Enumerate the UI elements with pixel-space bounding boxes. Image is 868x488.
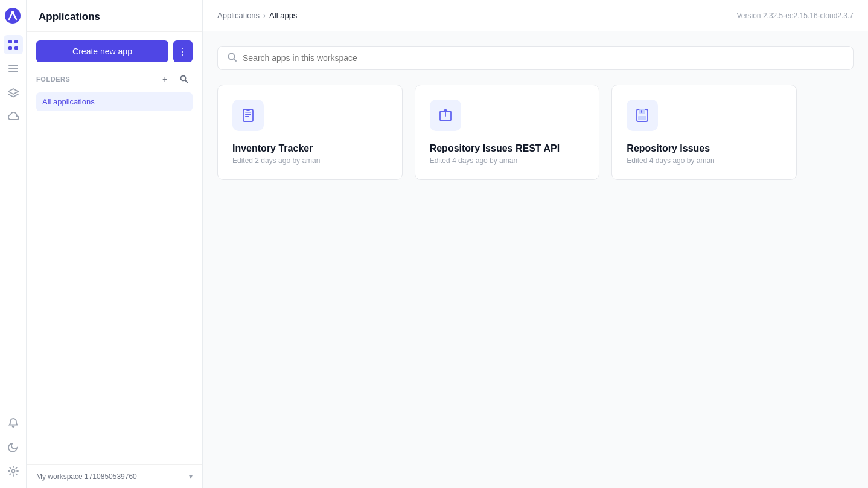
svg-point-9 (11, 470, 14, 473)
logo-icon[interactable] (4, 7, 22, 25)
cloud-nav-icon[interactable] (4, 108, 23, 127)
svg-rect-22 (641, 110, 642, 113)
bell-icon[interactable] (4, 413, 23, 432)
app-meta-repository-issues: Edited 4 days ago by aman (627, 156, 782, 165)
create-new-app-button[interactable]: Create new app (36, 40, 168, 62)
add-folder-button[interactable]: + (156, 71, 173, 88)
app-icon-repository-issues-rest (430, 100, 461, 131)
search-bar (217, 46, 854, 70)
svg-point-1 (11, 11, 14, 14)
app-card-repository-issues-rest[interactable]: Repository Issues REST APIEdited 4 days … (415, 85, 600, 180)
app-name-repository-issues: Repository Issues (627, 143, 782, 154)
svg-rect-16 (245, 114, 251, 115)
svg-rect-2 (8, 40, 12, 43)
svg-line-11 (185, 80, 188, 83)
breadcrumb-separator: › (263, 11, 266, 20)
svg-rect-4 (8, 46, 12, 50)
workspace-chevron-icon[interactable]: ▾ (189, 472, 193, 481)
svg-point-10 (181, 76, 186, 81)
sidebar-title: Applications (27, 0, 202, 32)
svg-rect-15 (245, 112, 251, 113)
search-folder-button[interactable] (176, 71, 193, 88)
app-meta-inventory-tracker: Edited 2 days ago by aman (232, 156, 388, 165)
breadcrumb-all-apps: All apps (269, 11, 297, 20)
app-meta-repository-issues-rest: Edited 4 days ago by aman (430, 156, 585, 165)
search-icon (228, 53, 237, 63)
svg-rect-18 (246, 109, 250, 111)
svg-rect-23 (638, 116, 646, 120)
svg-line-13 (234, 59, 237, 62)
gear-icon[interactable] (4, 461, 23, 481)
create-app-more-button[interactable]: ⋮ (173, 40, 193, 62)
icon-rail (0, 0, 27, 488)
grid-nav-icon[interactable] (4, 35, 23, 54)
svg-rect-7 (8, 68, 18, 69)
moon-icon[interactable] (4, 437, 23, 457)
app-card-repository-issues[interactable]: Repository IssuesEdited 4 days ago by am… (611, 85, 797, 180)
app-card-inventory-tracker[interactable]: Inventory TrackerEdited 2 days ago by am… (217, 85, 403, 180)
svg-rect-5 (14, 46, 18, 50)
content-area: Inventory TrackerEdited 2 days ago by am… (203, 31, 868, 488)
svg-rect-6 (8, 65, 18, 66)
layers-nav-icon[interactable] (4, 83, 23, 103)
app-name-inventory-tracker: Inventory Tracker (232, 143, 388, 154)
svg-rect-8 (8, 71, 18, 72)
folders-label: FOLDERS (36, 75, 70, 83)
svg-rect-3 (14, 40, 18, 43)
breadcrumb: Applications › All apps (217, 11, 297, 20)
app-icon-inventory-tracker (232, 100, 264, 131)
workspace-footer: My workspace 1710850539760 ▾ (27, 464, 202, 488)
breadcrumb-applications[interactable]: Applications (217, 11, 260, 20)
search-input[interactable] (243, 53, 843, 63)
topbar: Applications › All apps Version 2.32.5-e… (203, 0, 868, 31)
version-text: Version 2.32.5-ee2.15.16-cloud2.3.7 (737, 11, 854, 20)
table-nav-icon[interactable] (4, 59, 23, 79)
svg-rect-17 (245, 116, 249, 117)
folder-all-applications[interactable]: All applications (36, 92, 193, 111)
app-icon-repository-issues (627, 100, 658, 131)
workspace-name: My workspace 1710850539760 (36, 472, 184, 481)
apps-grid: Inventory TrackerEdited 2 days ago by am… (217, 85, 797, 180)
sidebar: Applications Create new app ⋮ FOLDERS + … (27, 0, 203, 488)
svg-rect-14 (243, 109, 253, 121)
svg-point-0 (5, 8, 21, 24)
main-content: Applications › All apps Version 2.32.5-e… (203, 0, 868, 488)
app-name-repository-issues-rest: Repository Issues REST API (430, 143, 585, 154)
